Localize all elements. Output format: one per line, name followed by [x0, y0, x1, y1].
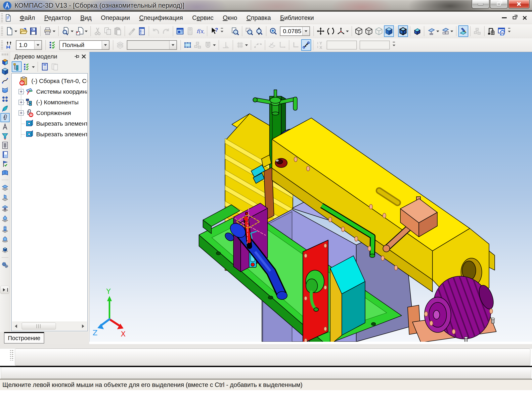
minimize-button[interactable] — [472, 0, 489, 8]
functions-button[interactable] — [195, 25, 205, 37]
specification-objects-button[interactable] — [0, 150, 10, 159]
menu-libraries[interactable]: Библиотеки — [275, 14, 318, 21]
coordinates-button[interactable] — [315, 39, 325, 51]
display-shaded-edges-button[interactable] — [398, 25, 408, 37]
save-document-button[interactable] — [28, 25, 38, 37]
toolbar-grip[interactable] — [1, 41, 3, 50]
toolbar-grip[interactable] — [1, 27, 3, 36]
chevron-down-icon[interactable] — [85, 31, 88, 34]
relations-window-button[interactable] — [50, 61, 60, 72]
snaps-button[interactable] — [301, 39, 311, 51]
property-bar-grip[interactable] — [10, 350, 13, 361]
menu-grip[interactable] — [1, 13, 3, 22]
toolbar-overflow[interactable] — [507, 26, 511, 36]
layers-button[interactable] — [115, 39, 125, 51]
grid-button[interactable] — [235, 39, 249, 51]
cut-button[interactable] — [93, 25, 103, 37]
menu-help[interactable]: Справка — [242, 14, 276, 21]
solid-modeling-button[interactable] — [0, 67, 10, 76]
tree-item[interactable]: +Вырезать элемент выдав. — [12, 129, 87, 140]
chevron-down-icon[interactable] — [102, 41, 109, 49]
step-value-combo[interactable]: 1.0 — [16, 40, 42, 50]
specification-button[interactable] — [137, 25, 147, 37]
copy-button[interactable] — [103, 25, 113, 37]
restore-button[interactable] — [490, 0, 508, 8]
menu-specification[interactable]: Спецификация — [135, 14, 188, 21]
placement-button[interactable] — [193, 39, 203, 51]
rotate-view-button[interactable] — [326, 25, 336, 37]
display-cutaway-button[interactable] — [412, 25, 422, 37]
edit-part-button[interactable] — [0, 57, 10, 67]
detail-level-button[interactable] — [48, 39, 58, 51]
mates-button[interactable] — [0, 113, 10, 122]
chevron-down-icon[interactable] — [34, 41, 41, 49]
conditional-designations-button[interactable] — [0, 168, 10, 178]
step-settings-button[interactable] — [4, 39, 14, 51]
zoom-to-fit-button[interactable] — [230, 25, 240, 37]
child-restore-icon[interactable] — [513, 16, 516, 19]
child-minimize-icon[interactable] — [502, 17, 507, 18]
arrays-button[interactable] — [0, 95, 10, 104]
copy-properties-button[interactable] — [127, 25, 137, 37]
property-bar[interactable] — [15, 349, 530, 366]
tree-item[interactable]: +Вырезать элемент выдав. — [12, 118, 87, 129]
scroll-left-arrow[interactable] — [12, 322, 19, 330]
pan-view-button[interactable] — [316, 25, 326, 37]
undo-button[interactable] — [151, 25, 161, 37]
spatial-curves-button[interactable] — [0, 76, 10, 85]
orientation-button[interactable] — [336, 25, 350, 37]
chevron-down-icon[interactable] — [245, 45, 248, 47]
sketch-plane-button[interactable] — [267, 39, 277, 51]
parallel-plane-button[interactable] — [0, 182, 10, 192]
chevron-down-icon[interactable] — [71, 31, 74, 34]
applications-button[interactable] — [0, 260, 10, 270]
calculator-button[interactable] — [185, 25, 195, 37]
menu-editor[interactable]: Редактор — [40, 14, 76, 21]
chevron-down-icon[interactable] — [436, 31, 439, 34]
open-document-button[interactable] — [18, 25, 28, 37]
coordinate-x-box[interactable] — [327, 41, 357, 50]
snap-magnet-button[interactable] — [203, 39, 217, 51]
close-button[interactable] — [508, 0, 530, 8]
tree-horizontal-scrollbar[interactable] — [12, 322, 87, 331]
toolbar-overflow[interactable] — [220, 26, 224, 36]
chevron-down-icon[interactable] — [53, 31, 56, 34]
pin-icon[interactable] — [73, 53, 80, 60]
sketch-3d-button[interactable] — [458, 25, 468, 37]
tree-item[interactable]: +Системы координат — [12, 86, 87, 97]
surfaces-button[interactable] — [0, 85, 10, 95]
additional-tree-window-button[interactable] — [40, 61, 50, 72]
chevron-down-icon[interactable] — [14, 31, 17, 34]
detail-level-combo[interactable]: Полный — [59, 40, 109, 50]
cylindrical-element-button[interactable] — [0, 224, 10, 234]
coordinate-y-box[interactable] — [360, 41, 390, 50]
chevron-down-icon[interactable] — [302, 27, 309, 35]
child-close-icon[interactable] — [522, 15, 527, 20]
tree-item[interactable]: (-) Сборка (Тел-0, Сборочны — [12, 76, 87, 86]
filters-button[interactable] — [0, 131, 10, 141]
spherical-element-button[interactable] — [0, 234, 10, 245]
paste-button[interactable] — [113, 25, 123, 37]
expander-plus[interactable]: + — [19, 110, 24, 115]
tree-item[interactable]: +Сопряжения — [12, 108, 87, 118]
chevron-down-icon[interactable] — [32, 66, 35, 69]
variables-button[interactable] — [175, 25, 185, 37]
layer-combo[interactable] — [127, 40, 177, 50]
document-menu-icon[interactable] — [4, 13, 12, 22]
spline-points-button[interactable] — [253, 39, 263, 51]
perpendicular-plane-button[interactable] — [0, 192, 10, 203]
toolbar-overflow[interactable] — [392, 40, 396, 50]
menu-view[interactable]: Вид — [76, 14, 96, 21]
display-wireframe-button[interactable] — [354, 25, 364, 37]
menu-operations[interactable]: Операции — [96, 14, 135, 21]
tab-postroenie[interactable]: Построение — [4, 332, 44, 344]
chevron-down-icon[interactable] — [213, 45, 216, 47]
expander-plus[interactable]: + — [19, 100, 24, 105]
sketch-frame-button[interactable] — [183, 39, 193, 51]
chevron-down-icon[interactable] — [169, 41, 176, 49]
tree-structure-view-button[interactable] — [12, 61, 22, 72]
component-placement-button[interactable] — [472, 25, 482, 37]
angled-plane-button[interactable] — [0, 213, 10, 224]
menu-window[interactable]: Окно — [218, 14, 242, 21]
new-document-button[interactable] — [4, 25, 18, 37]
